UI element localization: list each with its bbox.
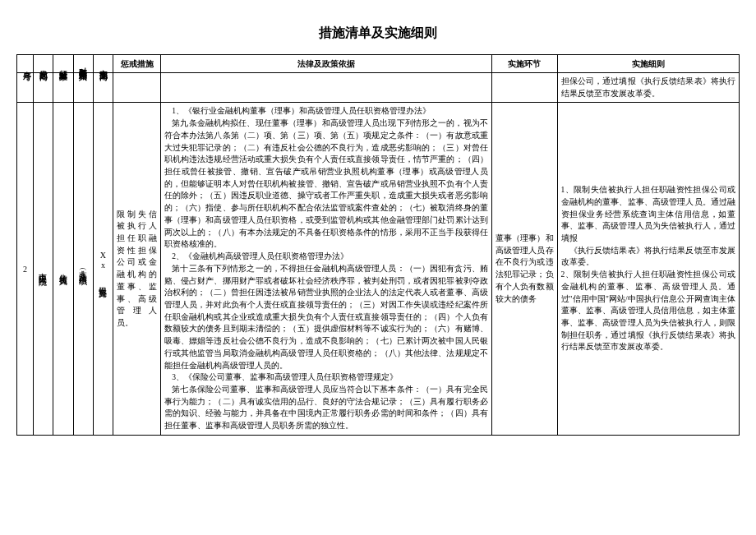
cell-basis: 1、《银行业金融机构董事（理事）和高级管理人员任职资格管理办法》 第九条金融机构… — [160, 103, 491, 435]
col-basis: 法律及政策依据 — [160, 55, 491, 73]
cell-implementer: Xx 银保监分局 — [93, 103, 113, 435]
cell-measure: 限制失信被执行人担任职融资性担保公司或金融机构的董事、监事、高级管理人员。 — [113, 103, 161, 435]
measures-table: 序号 发起部门 惩戒对象 对象分类别相人 实施部门 惩戒措施 法律及政策依据 实… — [16, 54, 740, 436]
page-title: 措施清单及实施细则 — [16, 25, 740, 42]
table-row: 2 市中级人民法院 失信被执行人 非人（法及法人组织） Xx 银保监分局 限制失… — [17, 103, 740, 435]
col-target: 惩戒对象 — [53, 55, 73, 73]
col-rules: 实施细则 — [557, 55, 739, 73]
cell-seq: 2 — [17, 103, 34, 435]
col-class: 对象分类别相人 — [73, 55, 93, 73]
col-seq: 序号 — [17, 55, 34, 73]
cell-rules: 1、限制失信被执行人担任职融资性担保公司或金融机构的董事、监事、高级管理人员。通… — [557, 103, 739, 435]
table-row-prev-fragment: 担保公司，通过填报《执行反馈结果表》将执行结果反馈至市发展改革委。 — [17, 73, 740, 103]
cell-class: 非人（法及法人组织） — [73, 103, 93, 435]
cell-target: 失信被执行人 — [53, 103, 73, 435]
col-measure: 惩戒措施 — [113, 55, 161, 73]
cell-prev-rules: 担保公司，通过填报《执行反馈结果表》将执行结果反馈至市发展改革委。 — [557, 73, 739, 103]
col-initiator: 发起部门 — [33, 55, 53, 73]
col-implementer: 实施部门 — [93, 55, 113, 73]
cell-step: 董事（理事）和高级管理人员存在不良行为或违法犯罪记录；负有个人负有数额较大的债务 — [491, 103, 557, 435]
table-header-row: 序号 发起部门 惩戒对象 对象分类别相人 实施部门 惩戒措施 法律及政策依据 实… — [17, 55, 740, 73]
col-step: 实施环节 — [491, 55, 557, 73]
cell-initiator: 市中级人民法院 — [33, 103, 53, 435]
